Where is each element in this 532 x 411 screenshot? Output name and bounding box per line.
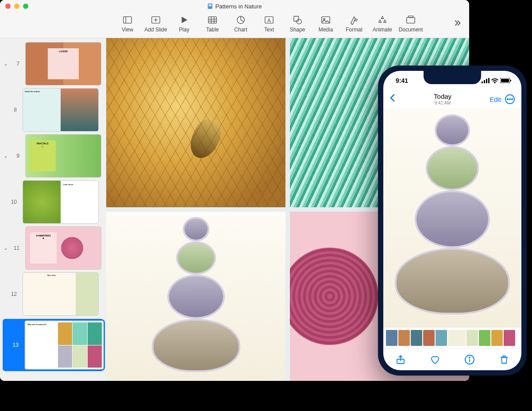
share-button[interactable] [395, 354, 406, 365]
view-button[interactable]: View [113, 15, 142, 33]
close-window-button[interactable] [5, 4, 11, 9]
battery-icon [500, 78, 512, 83]
svg-rect-22 [482, 81, 483, 83]
slide-thumbnail-selected[interactable]: 13 Why look for patterns? [3, 319, 104, 371]
svg-marker-7 [182, 16, 188, 23]
document-button[interactable]: Document [397, 15, 425, 33]
back-button[interactable] [389, 93, 396, 105]
iphone-device: 9:41 Today 9:41 AM Edit [378, 66, 527, 376]
svg-rect-8 [208, 16, 216, 23]
info-button[interactable] [464, 354, 475, 365]
photo-viewer[interactable] [383, 108, 521, 328]
canvas-image-honeycomb[interactable] [106, 38, 285, 207]
format-icon [349, 15, 359, 25]
svg-rect-28 [510, 80, 511, 81]
notch [424, 71, 481, 84]
wifi-icon [491, 78, 498, 83]
slide-number: 8 [9, 107, 17, 113]
play-button[interactable]: Play [170, 15, 198, 33]
title-bar: Patterns in Nature [0, 0, 469, 12]
svg-point-30 [507, 99, 508, 100]
iphone-screen: 9:41 Today 9:41 AM Edit [383, 71, 521, 370]
cellular-icon [482, 78, 490, 83]
edit-button[interactable]: Edit [490, 96, 501, 103]
slide-preview[interactable]: Look closer [23, 181, 98, 223]
slide-preview[interactable]: LAYERS [26, 43, 101, 85]
slide-preview[interactable]: Why look for patterns? [25, 321, 104, 369]
photo-scrubber[interactable] [383, 328, 521, 348]
play-icon [179, 15, 189, 25]
disclosure-arrow-icon[interactable]: ⌄ [3, 245, 9, 251]
slide-number: 11 [12, 245, 19, 251]
animate-button[interactable]: Animate [368, 15, 397, 33]
slide-preview[interactable]: Mirror, mirror [23, 273, 98, 315]
shape-icon [293, 15, 302, 25]
slide-thumbnail[interactable]: 12 Mirror, mirror [3, 273, 104, 315]
svg-rect-20 [407, 17, 415, 23]
svg-point-31 [509, 99, 510, 100]
slide-number: 10 [9, 199, 17, 205]
media-icon [321, 15, 331, 25]
disclosure-arrow-icon[interactable]: ⌄ [3, 61, 9, 67]
slide-number: 13 [11, 342, 19, 348]
slide-preview[interactable]: SYMMETRIES✱ [26, 227, 101, 269]
add-slide-button[interactable]: Add Slide [142, 15, 170, 33]
svg-rect-25 [488, 78, 490, 83]
status-time: 9:41 [396, 77, 408, 84]
toolbar: View Add Slide Play Table Chart A Text S… [0, 12, 469, 38]
chart-icon [236, 15, 246, 25]
toolbar-more-button[interactable] [452, 18, 466, 30]
photos-header: Today 9:41 AM Edit [383, 90, 521, 108]
slide-thumbnail[interactable]: 8 Under the surface [3, 89, 104, 131]
svg-rect-27 [501, 79, 509, 82]
svg-rect-1 [209, 4, 212, 6]
text-icon: A [264, 15, 274, 25]
table-button[interactable]: Table [198, 15, 227, 33]
chevron-left-icon [389, 93, 396, 102]
slide-thumbnail[interactable]: ⌄ 7 LAYERS [3, 43, 104, 85]
document-icon [406, 15, 416, 25]
slide-preview[interactable]: Under the surface [23, 89, 98, 131]
view-icon [123, 15, 132, 25]
window-title: Patterns in Nature [208, 3, 262, 10]
svg-rect-24 [486, 79, 487, 83]
disclosure-arrow-icon[interactable]: ⌄ [3, 153, 9, 159]
slide-navigator[interactable]: ⌄ 7 LAYERS 8 Under the surface ⌄ 9 FRACT… [0, 38, 106, 381]
animate-icon [378, 15, 387, 25]
chart-button[interactable]: Chart [227, 15, 255, 33]
svg-point-32 [512, 99, 513, 100]
slide-thumbnail[interactable]: ⌄ 11 SYMMETRIES✱ [3, 227, 104, 269]
slide-number: 9 [12, 153, 19, 159]
text-button[interactable]: A Text [255, 15, 283, 33]
shape-button[interactable]: Shape [283, 15, 312, 33]
minimize-window-button[interactable] [14, 4, 19, 9]
svg-rect-2 [123, 16, 131, 23]
table-icon [208, 15, 217, 25]
maximize-window-button[interactable] [23, 4, 28, 9]
slide-preview[interactable]: FRACTALS△ [26, 135, 101, 177]
status-icons [482, 78, 512, 83]
favorite-button[interactable] [430, 354, 440, 365]
traffic-lights [5, 4, 28, 9]
keynote-doc-icon [208, 3, 213, 9]
format-button[interactable]: Format [340, 15, 368, 33]
header-title: Today 9:41 AM [396, 93, 490, 105]
slide-thumbnail[interactable]: 10 Look closer [3, 181, 104, 223]
add-slide-icon [151, 15, 161, 25]
more-button[interactable] [505, 94, 515, 105]
canvas-image-shells[interactable] [106, 212, 285, 381]
svg-rect-23 [484, 80, 485, 83]
slide-number: 12 [9, 291, 17, 297]
svg-rect-16 [294, 16, 299, 21]
svg-rect-21 [409, 16, 413, 17]
svg-point-36 [469, 357, 470, 358]
chevron-right-double-icon [452, 18, 462, 28]
slide-thumbnail[interactable]: ⌄ 9 FRACTALS△ [3, 135, 104, 177]
slide-number: 7 [12, 61, 19, 67]
svg-text:A: A [267, 17, 271, 23]
svg-point-17 [297, 19, 301, 24]
media-button[interactable]: Media [312, 15, 340, 33]
photos-toolbar [383, 348, 521, 370]
delete-button[interactable] [499, 354, 509, 365]
